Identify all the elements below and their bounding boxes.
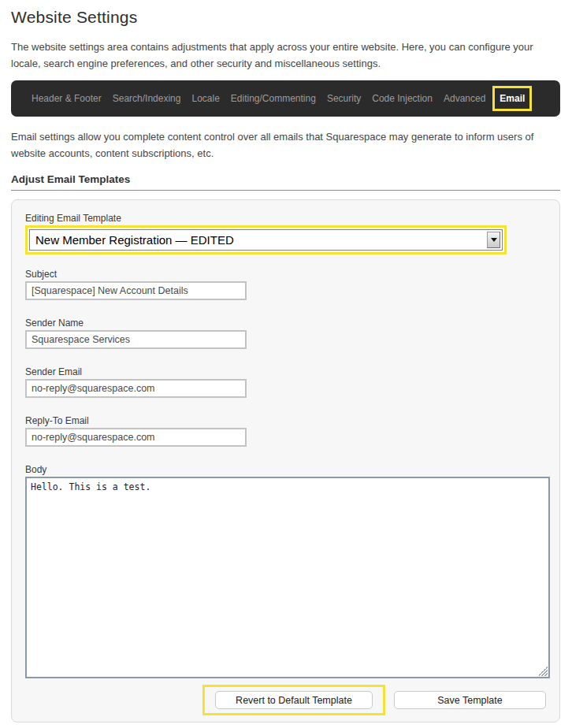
email-settings-description: Email settings allow you complete conten… [11,128,560,162]
template-select-label: Editing Email Template [25,213,546,224]
form-button-row: Revert to Default Template Save Template [25,685,546,715]
template-select-highlight-annotation: New Member Registration — EDITED [25,225,507,254]
tab-header-footer[interactable]: Header & Footer [26,88,107,109]
save-template-button[interactable]: Save Template [394,691,546,709]
tab-security[interactable]: Security [321,88,366,109]
website-settings-page: Website Settings The website settings ar… [0,0,572,722]
settings-tab-bar: Header & Footer Search/Indexing Locale E… [11,80,560,117]
tab-locale[interactable]: Locale [186,88,225,109]
sender-email-input[interactable] [25,379,247,398]
template-select[interactable]: New Member Registration — EDITED [29,229,503,251]
sender-name-input[interactable] [25,330,247,349]
select-dropdown-button[interactable] [487,232,500,248]
sender-email-field-group: Sender Email [25,366,546,398]
subject-input[interactable] [25,281,247,300]
reply-to-email-field-group: Reply-To Email [25,415,546,447]
email-template-form: Editing Email Template New Member Regist… [11,199,560,722]
body-label: Body [25,464,546,475]
resize-handle-icon[interactable] [538,667,548,676]
tab-search-indexing[interactable]: Search/Indexing [107,88,187,109]
section-heading: Adjust Email Templates [11,173,560,191]
sender-email-label: Sender Email [25,366,546,377]
sender-name-label: Sender Name [25,318,546,329]
tab-code-injection[interactable]: Code Injection [366,88,438,109]
body-textarea-wrap: Hello. This is a test. [25,477,550,678]
page-title: Website Settings [11,8,560,27]
email-tab-highlight-annotation: Email [492,86,532,111]
template-select-value: New Member Registration — EDITED [30,233,487,247]
tab-advanced[interactable]: Advanced [438,88,491,109]
revert-to-default-button[interactable]: Revert to Default Template [215,691,373,709]
body-textarea[interactable]: Hello. This is a test. [25,477,550,678]
tab-editing-commenting[interactable]: Editing/Commenting [225,88,321,109]
subject-label: Subject [25,269,546,280]
page-description: The website settings area contains adjus… [11,39,560,72]
subject-field-group: Subject [25,269,546,300]
revert-button-highlight-annotation: Revert to Default Template [202,685,385,715]
reply-to-email-input[interactable] [25,428,247,447]
tab-email[interactable]: Email [498,93,526,104]
caret-down-icon [491,238,497,242]
body-field-group: Body Hello. This is a test. [25,464,546,678]
reply-to-email-label: Reply-To Email [25,415,546,426]
sender-name-field-group: Sender Name [25,318,546,349]
